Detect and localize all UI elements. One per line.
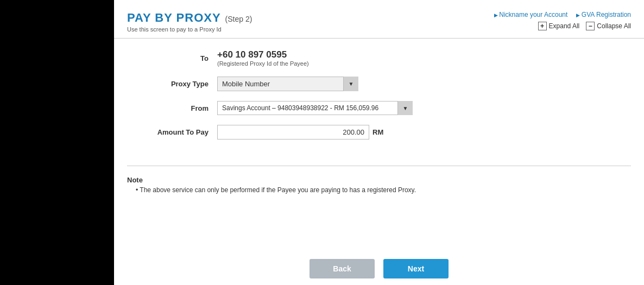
note-title: Note <box>127 176 631 184</box>
collapse-all-button[interactable]: − Collapse All <box>586 22 631 30</box>
amount-currency: RM <box>372 128 383 136</box>
from-label: From <box>147 104 217 112</box>
expand-icon: + <box>538 22 547 30</box>
back-button[interactable]: Back <box>310 259 375 278</box>
page-step: (Step 2) <box>225 15 252 23</box>
amount-input[interactable] <box>217 125 369 140</box>
note-section: Note The above service can only be perfo… <box>114 172 644 200</box>
proxy-type-label: Proxy Type <box>147 80 217 88</box>
nickname-account-link[interactable]: Nickname your Account <box>494 11 568 18</box>
gva-registration-link[interactable]: GVA Registration <box>576 11 631 18</box>
from-select-wrapper: Savings Account – 94803948938922 - RM 15… <box>217 101 413 115</box>
to-row: To +60 10 897 0595 (Registered Proxy Id … <box>147 49 611 67</box>
section-divider <box>127 166 631 166</box>
page-subtitle: Use this screen to pay to a Proxy Id <box>127 26 252 33</box>
proxy-type-row: Proxy Type Mobile NumberEmailIC NumberBu… <box>147 77 611 91</box>
expand-all-label: Expand All <box>549 22 580 30</box>
collapse-all-label: Collapse All <box>597 22 631 30</box>
from-row: From Savings Account – 94803948938922 - … <box>147 101 611 115</box>
next-button[interactable]: Next <box>383 259 449 278</box>
to-label: To <box>147 54 217 62</box>
from-account-select[interactable]: Savings Account – 94803948938922 - RM 15… <box>217 101 413 115</box>
proxy-type-select-wrapper: Mobile NumberEmailIC NumberBusiness Regi… <box>217 77 358 91</box>
proxy-type-select[interactable]: Mobile NumberEmailIC NumberBusiness Regi… <box>217 77 358 91</box>
collapse-icon: − <box>586 22 595 30</box>
amount-label: Amount To Pay <box>147 128 217 136</box>
footer-buttons: Back Next <box>114 252 644 285</box>
to-sub-label: (Registered Proxy Id of the Payee) <box>217 60 309 67</box>
page-title: PAY BY PROXY <box>127 11 221 25</box>
to-value: +60 10 897 0595 <box>217 49 309 60</box>
amount-row: Amount To Pay RM <box>147 125 611 140</box>
note-text: The above service can only be performed … <box>127 186 631 194</box>
expand-all-button[interactable]: + Expand All <box>538 22 580 30</box>
